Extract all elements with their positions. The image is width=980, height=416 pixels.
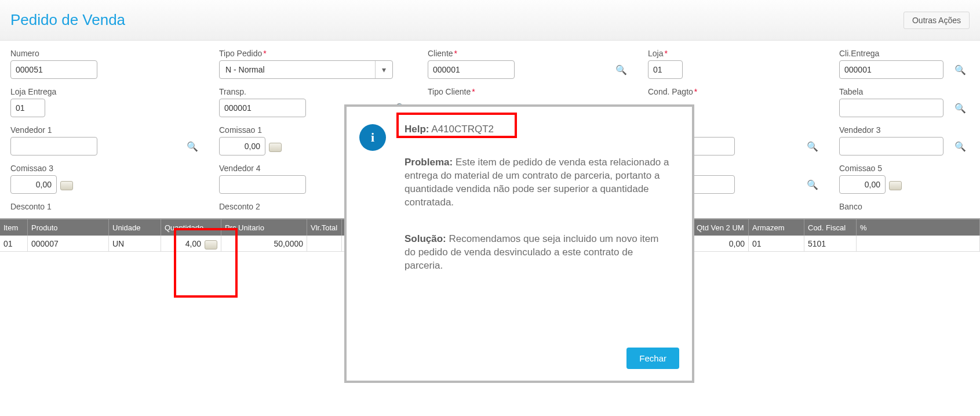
label-cond-pagto: Cond. Pagto <box>648 87 693 96</box>
vendedor1-input[interactable] <box>10 137 97 155</box>
cell-quantidade[interactable]: 4,00 <box>161 236 221 251</box>
help-label: Help: <box>405 124 429 135</box>
label-vendedor1: Vendedor 1 <box>10 125 202 135</box>
comissao3-input[interactable] <box>10 175 57 194</box>
label-banco: Banco <box>839 202 970 211</box>
col-pct: % <box>857 219 980 236</box>
transp-input[interactable] <box>219 99 306 117</box>
comissao1-input[interactable] <box>219 137 265 155</box>
label-cliente: Cliente <box>428 49 453 58</box>
search-icon: 🔍 <box>807 141 818 152</box>
solucao-label: Solução: <box>405 233 446 244</box>
vendedor3-input[interactable] <box>839 137 943 155</box>
col-prc-unitario: Prc Unitario <box>221 219 307 236</box>
label-desconto1: Desconto 1 <box>10 202 202 211</box>
info-icon: i <box>359 124 386 151</box>
label-tabela: Tabela <box>839 87 970 96</box>
col-unidade: Unidade <box>109 219 161 236</box>
label-loja: Loja <box>648 49 663 58</box>
cell-produto: 000007 <box>28 236 109 251</box>
tipo-pedido-value: N - Normal <box>225 65 265 74</box>
money-icon <box>60 181 73 190</box>
label-cli-entrega: Cli.Entrega <box>839 49 970 58</box>
cli-entrega-input[interactable] <box>839 60 943 79</box>
money-icon <box>269 143 282 152</box>
search-icon: 🔍 <box>955 141 966 152</box>
col-quantidade: Quantidade <box>161 219 221 236</box>
label-comissao5: Comissao 5 <box>839 164 970 173</box>
cell-cod-fiscal: 5101 <box>804 236 857 251</box>
search-icon: 🔍 <box>615 64 627 75</box>
search-icon: 🔍 <box>187 141 198 152</box>
col-armazem: Armazem <box>749 219 804 236</box>
cell-qtd-ven2: 0,00 <box>693 236 749 251</box>
cell-item: 01 <box>0 236 28 251</box>
label-loja-entrega: Loja Entrega <box>10 87 202 96</box>
tabela-input[interactable] <box>839 99 943 117</box>
vendedor4-input[interactable] <box>219 175 306 194</box>
col-qtd-ven2: Qtd Ven 2 UM <box>693 219 749 236</box>
label-vendedor3: Vendedor 3 <box>839 125 970 135</box>
cell-vlr-total <box>307 236 342 251</box>
search-icon: 🔍 <box>955 64 966 75</box>
search-icon: 🔍 <box>807 179 818 190</box>
cell-armazem: 01 <box>749 236 804 251</box>
page-title: Pedido de Venda <box>10 11 904 29</box>
label-tipo-pedido: Tipo Pedido <box>219 49 262 58</box>
money-icon <box>889 181 902 190</box>
search-icon: 🔍 <box>955 103 966 114</box>
quantidade-value: 4,00 <box>185 239 201 248</box>
help-dialog: i Help: A410CTRQT2 Problema: Este item d… <box>344 104 694 383</box>
col-produto: Produto <box>28 219 109 236</box>
problema-label: Problema: <box>405 157 453 168</box>
cell-unidade: UN <box>109 236 161 251</box>
tipo-pedido-select[interactable]: N - Normal ▾ <box>219 60 393 79</box>
chevron-down-icon: ▾ <box>375 61 392 78</box>
loja-input[interactable] <box>648 60 683 79</box>
loja-entrega-input[interactable] <box>10 99 45 117</box>
cell-pct <box>857 236 980 251</box>
close-button[interactable]: Fechar <box>626 348 679 369</box>
label-numero: Numero <box>10 49 202 58</box>
cliente-input[interactable] <box>428 60 515 79</box>
cell-prc-unit: 50,0000 <box>221 236 307 251</box>
other-actions-button[interactable]: Outras Ações <box>904 12 970 29</box>
label-transp: Transp. <box>219 87 410 96</box>
comissao5-input[interactable] <box>839 175 886 194</box>
money-icon <box>205 240 217 249</box>
label-tipo-cliente: Tipo Cliente <box>428 87 471 96</box>
col-item: Item <box>0 219 28 236</box>
col-cod-fiscal: Cod. Fiscal <box>804 219 857 236</box>
col-vlr-total: Vlr.Total <box>307 219 342 236</box>
help-code: A410CTRQT2 <box>431 124 494 135</box>
numero-input[interactable] <box>10 60 97 79</box>
label-comissao3: Comissao 3 <box>10 164 202 173</box>
